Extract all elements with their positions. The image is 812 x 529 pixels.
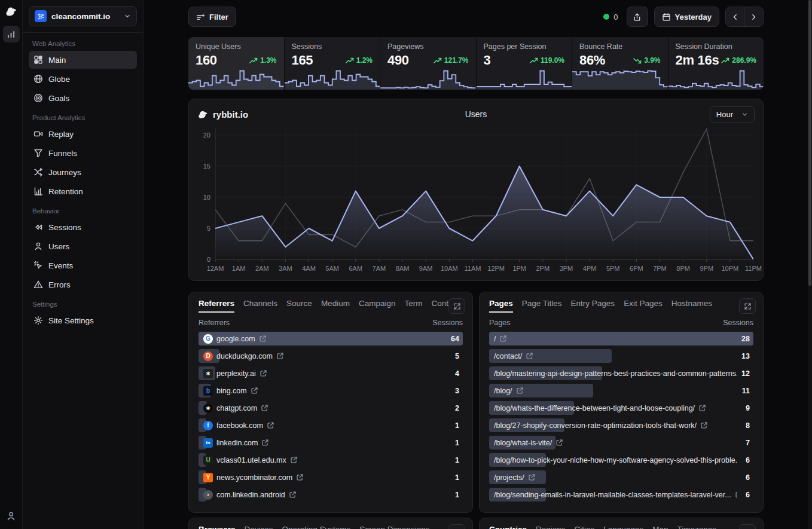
external-link-icon[interactable] [526,352,533,360]
account-icon[interactable] [6,511,16,521]
tab-campaign[interactable]: Campaign [359,299,396,313]
duckduckgo-favicon: D [203,351,213,361]
external-link-icon[interactable] [700,421,708,429]
x-tick-label: 9PM [700,265,713,272]
filter-button[interactable]: Filter [188,7,236,27]
previous-period-button[interactable] [726,7,744,26]
external-link-icon[interactable] [735,491,737,499]
table-row[interactable]: /28 [489,332,753,345]
table-row[interactable]: inlinkedin.com1 [199,436,463,450]
tab-entry-pages[interactable]: Entry Pages [571,299,615,313]
table-row[interactable]: /blog/mastering-api-design-patterns-best… [489,366,753,380]
table-row[interactable]: /blog/how-to-pick-your-niche-how-my-soft… [489,453,753,467]
external-link-icon[interactable] [267,421,274,429]
table-row[interactable]: /blog/sending-emails-in-laravel-mailable… [489,488,753,502]
external-link-icon[interactable] [499,335,507,343]
sidebar-item-main[interactable]: Main [29,51,137,69]
row-text: linkedin.com [216,439,258,447]
table-row[interactable]: ∗perplexity.ai4 [199,366,463,380]
sidebar-item-journeys[interactable]: Journeys [29,163,137,181]
stat-card-pageviews[interactable]: Pageviews490121.7% [380,37,476,90]
analytics-icon[interactable] [3,26,20,42]
stat-card-sessions[interactable]: Sessions1651.2% [285,37,380,90]
live-users[interactable]: 0 [603,13,618,22]
external-link-icon[interactable] [528,473,536,481]
sidebar-item-users[interactable]: Users [29,237,137,255]
external-link-icon[interactable] [516,387,524,395]
row-text: / [494,335,496,343]
external-link-icon[interactable] [276,352,284,360]
table-row[interactable]: ffacebook.com1 [199,418,463,432]
table-row[interactable]: ∗chatgpt.com2 [199,401,463,415]
table-row[interactable]: Dduckduckgo.com5 [199,349,463,363]
sidebar-item-events[interactable]: Events [29,256,137,274]
tab-medium[interactable]: Medium [321,299,350,313]
sidebar-item-sessions[interactable]: Sessions [29,218,137,236]
tab-channels[interactable]: Channels [243,299,277,313]
external-link-icon[interactable] [261,404,268,412]
page-scrollbar[interactable] [808,0,812,529]
expand-button[interactable] [739,298,756,314]
sidebar-item-site-settings[interactable]: Site Settings [29,311,137,329]
table-row[interactable]: Ynews.ycombinator.com1 [199,470,463,484]
stat-card-unique-users[interactable]: Unique Users1601.3% [188,37,284,90]
tab-term[interactable]: Term [404,299,422,313]
tab-referrers[interactable]: Referrers [199,299,234,313]
table-row[interactable]: Uvclass01.utel.edu.mx1 [199,453,463,467]
external-link-icon[interactable] [290,456,298,464]
sidebar: cleancommit.io Web AnalyticsMainGlobeGoa… [23,0,144,529]
table-row[interactable]: ›com.linkedin.android1 [199,488,463,502]
external-link-icon[interactable] [555,439,563,447]
expand-button[interactable] [448,524,465,529]
tab-page-titles[interactable]: Page Titles [522,299,562,313]
tab-exit-pages[interactable]: Exit Pages [624,299,663,313]
stat-card-pages-per-session[interactable]: Pages per Session3119.0% [477,37,572,90]
interval-select[interactable]: Hour [710,106,755,123]
tab-pages[interactable]: Pages [489,299,513,313]
next-period-button[interactable] [744,7,763,26]
workspace-selector[interactable]: cleancommit.io [29,6,137,26]
table-row[interactable]: bbing.com3 [199,384,463,397]
sidebar-item-replay[interactable]: Replay [29,125,137,143]
date-range-button[interactable]: Yesterday [654,7,719,27]
external-link-icon[interactable] [289,491,297,499]
tab-countries[interactable]: Countries [489,525,527,529]
tab-regions[interactable]: Regions [536,525,566,529]
tab-browsers[interactable]: Browsers [199,525,236,529]
sidebar-item-errors[interactable]: Errors [29,276,137,293]
tab-hostnames[interactable]: Hostnames [671,299,712,313]
stat-card-session-duration[interactable]: Session Duration2m 16s286.9% [668,37,764,90]
table-row[interactable]: /blog/whats-the-difference-between-tight… [489,401,753,415]
tab-map[interactable]: Map [652,525,668,529]
tab-devices[interactable]: Devices [245,525,273,529]
table-row[interactable]: Ggoogle.com64 [199,332,463,345]
sidebar-item-globe[interactable]: Globe [29,70,137,88]
expand-button[interactable] [448,298,465,314]
external-link-icon[interactable] [251,387,258,395]
stat-card-bounce-rate[interactable]: Bounce Rate86%3.9% [572,37,668,90]
scrollbar-thumb[interactable] [808,0,811,286]
row-text: vclass01.utel.edu.mx [216,456,286,464]
expand-button[interactable] [739,524,756,529]
table-row[interactable]: /blog/what-is-vite/7 [489,436,753,450]
external-link-icon[interactable] [259,335,267,343]
external-link-icon[interactable] [261,439,269,447]
table-row[interactable]: /contact/13 [489,349,753,363]
sidebar-item-goals[interactable]: Goals [29,89,137,107]
tab-source[interactable]: Source [286,299,312,313]
table-row[interactable]: /blog/11 [489,384,753,397]
export-button[interactable] [627,7,648,27]
external-link-icon[interactable] [698,404,706,412]
sidebar-item-funnels[interactable]: Funnels [29,144,137,162]
table-row[interactable]: /projects/6 [489,470,753,484]
section-label-web-analytics: Web Analytics [32,40,133,47]
tab-languages[interactable]: Languages [603,525,643,529]
external-link-icon[interactable] [296,473,304,481]
external-link-icon[interactable] [260,369,267,377]
table-row[interactable]: /blog/27-shopify-conversion-rate-optimiz… [489,418,753,432]
tab-cities[interactable]: Cities [575,525,595,529]
tab-timezones[interactable]: Timezones [677,525,716,529]
tab-screen-dimensions[interactable]: Screen Dimensions [359,525,429,529]
tab-operating-systems[interactable]: Operating Systems [282,525,351,529]
sidebar-item-retention[interactable]: Retention [29,182,137,200]
